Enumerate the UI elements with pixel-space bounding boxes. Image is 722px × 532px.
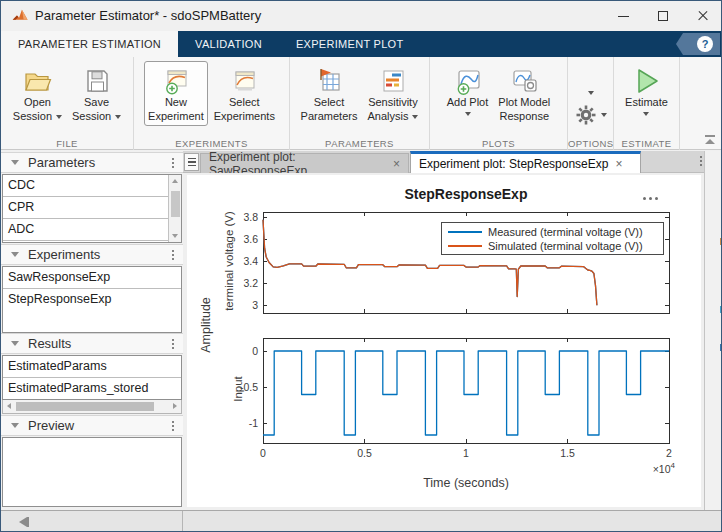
svg-text:1.5: 1.5 bbox=[560, 447, 575, 459]
tab-overflow-icon[interactable] bbox=[184, 153, 199, 171]
toolstrip-group-file: Open Session Save Session FILE bbox=[1, 57, 134, 150]
experiments-section-header[interactable]: Experiments bbox=[1, 244, 183, 265]
preview-box bbox=[2, 437, 182, 507]
add-plot-label: Add Plot bbox=[447, 96, 489, 110]
group-caption-file: FILE bbox=[1, 138, 133, 149]
group-caption-options: OPTIONS bbox=[568, 138, 613, 149]
select-parameters-button[interactable]: Select Parameters bbox=[297, 61, 362, 126]
legend-line-measured bbox=[448, 231, 482, 233]
parameters-menu-icon[interactable] bbox=[172, 158, 174, 168]
save-session-button[interactable]: Save Session bbox=[68, 61, 125, 126]
options-button[interactable] bbox=[575, 104, 607, 126]
chevron-down-icon bbox=[56, 115, 62, 119]
scroll-up-button[interactable] bbox=[169, 175, 181, 187]
results-list: EstimatedParams EstimatedParams_stored bbox=[2, 355, 182, 400]
list-item[interactable]: SawResponseExp bbox=[3, 267, 181, 289]
estimate-button[interactable]: Estimate bbox=[621, 61, 672, 119]
svg-text:0: 0 bbox=[252, 345, 258, 357]
svg-text:-1: -1 bbox=[249, 417, 258, 429]
experiments-section-title: Experiments bbox=[28, 247, 100, 262]
list-item[interactable]: CPR bbox=[3, 197, 181, 219]
estimate-label: Estimate bbox=[625, 96, 668, 110]
document-actions-icon[interactable] bbox=[700, 156, 702, 166]
new-experiment-label-2: Experiment bbox=[148, 110, 204, 124]
svg-text:0.5: 0.5 bbox=[357, 447, 372, 459]
minimize-button[interactable] bbox=[603, 1, 643, 31]
select-experiments-label-1: Select bbox=[229, 96, 260, 110]
group-caption-experiments: EXPERIMENTS bbox=[134, 138, 289, 149]
preview-section-header[interactable]: Preview bbox=[1, 415, 183, 436]
close-tab-icon[interactable]: × bbox=[615, 157, 622, 171]
chevron-down-icon bbox=[115, 115, 121, 119]
list-item[interactable]: ADC bbox=[3, 219, 181, 241]
toolstrip-group-parameters: Select Parameters Sensitivity Analysis P… bbox=[290, 57, 430, 150]
maximize-button[interactable] bbox=[643, 1, 683, 31]
svg-text:2: 2 bbox=[666, 447, 672, 459]
tab-parameter-estimation[interactable]: PARAMETER ESTIMATION bbox=[1, 31, 178, 57]
legend-entry: Simulated (terminal voltage (V)) bbox=[448, 239, 663, 253]
help-button[interactable]: ? bbox=[676, 33, 720, 55]
svg-text:3.2: 3.2 bbox=[243, 277, 258, 289]
sensitivity-analysis-button[interactable]: Sensitivity Analysis bbox=[363, 61, 422, 126]
select-experiments-icon bbox=[229, 66, 259, 96]
scroll-down-button[interactable] bbox=[169, 230, 181, 242]
doc-tab-step-response[interactable]: Experiment plot: StepResponseExp × bbox=[410, 151, 641, 173]
legend-entry: Measured (terminal voltage (V)) bbox=[448, 225, 663, 239]
svg-text:3.4: 3.4 bbox=[243, 255, 258, 267]
select-parameters-label-2: Parameters bbox=[301, 110, 358, 124]
scrollbar-thumb[interactable] bbox=[171, 191, 180, 217]
svg-text:1: 1 bbox=[463, 447, 469, 459]
group-caption-plots: PLOTS bbox=[430, 138, 567, 149]
group-caption-parameters: PARAMETERS bbox=[290, 138, 429, 149]
open-session-label-1: Open bbox=[24, 96, 51, 110]
collapse-panel-icon[interactable] bbox=[19, 517, 30, 527]
parameters-list: CDC CPR ADC bbox=[2, 174, 182, 243]
results-section-header[interactable]: Results bbox=[1, 333, 183, 354]
list-item[interactable]: CDC bbox=[3, 175, 181, 197]
svg-text:3: 3 bbox=[252, 299, 258, 311]
options-mini-dropdown[interactable] bbox=[588, 91, 594, 95]
close-tab-icon[interactable]: × bbox=[393, 157, 400, 171]
ribbon-tab-bar: PARAMETER ESTIMATION VALIDATION EXPERIME… bbox=[1, 31, 722, 57]
experiments-menu-icon[interactable] bbox=[172, 250, 174, 260]
doc-tab-label: Experiment plot: StepResponseExp bbox=[419, 157, 608, 171]
parameters-section-header[interactable]: Parameters bbox=[1, 152, 183, 173]
sensitivity-analysis-icon bbox=[378, 66, 408, 96]
select-experiments-button[interactable]: Select Experiments bbox=[210, 61, 279, 126]
tab-validation[interactable]: VALIDATION bbox=[178, 31, 279, 57]
scrollbar-thumb[interactable] bbox=[16, 402, 154, 411]
list-item[interactable]: StepResponseExp bbox=[3, 289, 181, 311]
close-button[interactable] bbox=[683, 1, 722, 31]
parameters-scrollbar[interactable] bbox=[168, 175, 181, 242]
collapse-toolstrip-button[interactable] bbox=[705, 135, 715, 144]
plot-model-response-button[interactable]: Plot Model Response bbox=[494, 61, 554, 126]
scroll-right-button[interactable] bbox=[169, 400, 181, 412]
minimize-icon bbox=[618, 16, 629, 17]
doc-tab-saw-response[interactable]: Experiment plot: SawResponseExp × bbox=[200, 153, 409, 173]
chevron-down-icon bbox=[412, 115, 418, 119]
add-plot-button[interactable]: Add Plot bbox=[443, 61, 493, 119]
new-experiment-button[interactable]: New Experiment bbox=[144, 61, 208, 126]
svg-text:3.6: 3.6 bbox=[243, 233, 258, 245]
list-item[interactable]: EstimatedParams_stored bbox=[3, 378, 181, 400]
help-icon: ? bbox=[697, 36, 713, 52]
list-item[interactable]: EstimatedParams bbox=[3, 356, 181, 378]
results-horizontal-scrollbar[interactable] bbox=[2, 400, 182, 414]
open-session-button[interactable]: Open Session bbox=[9, 61, 66, 126]
document-tab-bar: Experiment plot: SawResponseExp × Experi… bbox=[183, 151, 722, 173]
chevron-down-icon bbox=[465, 112, 471, 116]
results-section-title: Results bbox=[28, 336, 71, 351]
results-menu-icon[interactable] bbox=[172, 339, 174, 349]
toolstrip-group-options: OPTIONS bbox=[568, 57, 614, 150]
title-bar: Parameter Estimator* - sdoSPMBattery bbox=[1, 1, 722, 31]
preview-section-title: Preview bbox=[28, 418, 74, 433]
tab-experiment-plot[interactable]: EXPERIMENT PLOT bbox=[279, 31, 421, 57]
plot-legend[interactable]: Measured (terminal voltage (V)) Simulate… bbox=[441, 222, 664, 255]
status-bar bbox=[1, 510, 722, 532]
x-axis-multiplier: ×104 bbox=[633, 461, 675, 475]
scroll-left-button[interactable] bbox=[3, 400, 15, 412]
new-experiment-label-1: New bbox=[165, 96, 187, 110]
preview-menu-icon[interactable] bbox=[172, 421, 174, 431]
right-gutter bbox=[704, 151, 722, 510]
sensitivity-analysis-label-2: Analysis bbox=[367, 110, 408, 122]
